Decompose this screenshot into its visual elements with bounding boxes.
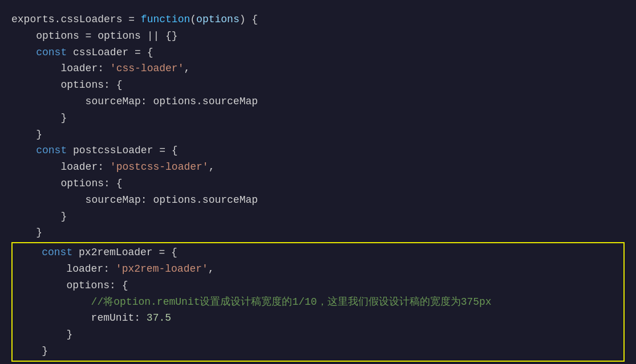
code-line: options: { [11, 175, 625, 192]
highlighted-line: //将option.remUnit设置成设计稿宽度的1/10，这里我们假设设计稿… [13, 294, 623, 310]
code-line: const cssLoader = { [11, 44, 625, 61]
code-line: options: { [11, 77, 625, 93]
highlighted-line: const px2remLoader = { [13, 244, 623, 261]
code-line: } [11, 224, 625, 241]
code-line: } [11, 126, 625, 143]
code-line: } [11, 208, 625, 225]
highlighted-line: } [13, 343, 623, 359]
code-line: options = options || {} [11, 28, 625, 44]
highlighted-line: loader: 'px2rem-loader', [13, 261, 623, 277]
highlighted-line: remUnit: 37.5 [13, 310, 623, 326]
highlighted-code-block: const px2remLoader = { loader: 'px2rem-l… [11, 242, 625, 362]
highlighted-line: } [13, 326, 623, 343]
code-line: } [11, 110, 625, 126]
highlighted-line: options: { [13, 277, 623, 294]
code-line-closing: } [11, 362, 625, 364]
code-editor: exports.cssLoaders = function(options) {… [0, 0, 636, 364]
code-line: const postcssLoader = { [11, 142, 625, 159]
code-line: sourceMap: options.sourceMap [11, 192, 625, 208]
code-line: loader: 'postcss-loader', [11, 159, 625, 175]
code-line: sourceMap: options.sourceMap [11, 93, 625, 110]
code-line: loader: 'css-loader', [11, 60, 625, 77]
code-line: exports.cssLoaders = function(options) { [11, 11, 625, 28]
